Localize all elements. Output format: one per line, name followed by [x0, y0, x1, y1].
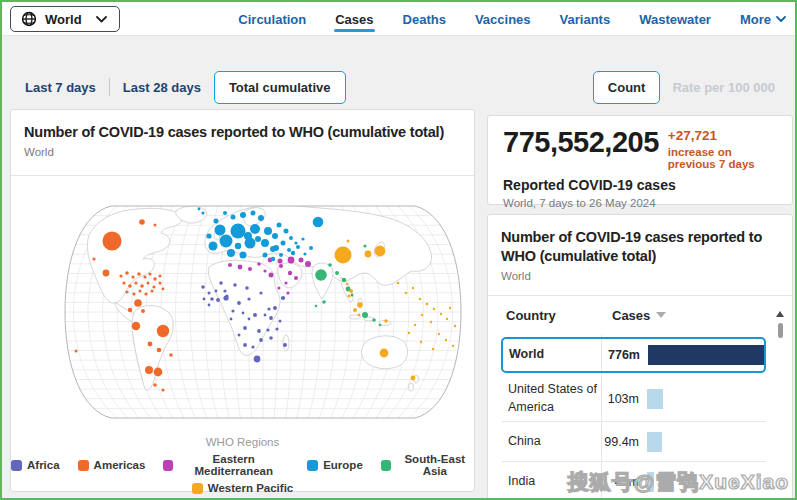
map-legend: WHO Regions AfricaAmericasEastern Medite…: [11, 436, 474, 494]
table-scrollbar: [774, 311, 786, 338]
nav-tab-label: Wastewater: [639, 12, 711, 27]
column-header-country: Country: [502, 308, 602, 323]
sort-desc-icon: [656, 312, 666, 318]
cases-bar-track: [647, 388, 766, 410]
cases-bar: [647, 389, 663, 409]
nav-tab-label: More: [740, 12, 771, 27]
time-tab-last-7-days[interactable]: Last 7 days: [12, 72, 109, 103]
nav-tab-label: Deaths: [403, 12, 446, 27]
legend-label: Europe: [323, 459, 363, 471]
legend-title: WHO Regions: [11, 436, 474, 448]
map-card-title: Number of COVID-19 cases reported to WHO…: [24, 123, 461, 142]
legend-swatch: [307, 460, 318, 471]
legend-swatch: [11, 460, 22, 471]
legend-item-europe: Europe: [307, 453, 363, 477]
unit-toggle-count[interactable]: Count: [593, 71, 661, 104]
legend-label: Western Pacific: [208, 482, 293, 494]
nav-tab-circulation[interactable]: Circulation: [237, 3, 307, 36]
country-cell: World: [509, 346, 601, 364]
stats-value-row: 775,552,205 +27,721 increase on previous…: [503, 128, 777, 170]
topbar: World CirculationCasesDeathsVaccinesVari…: [2, 2, 795, 36]
scroll-up-arrow[interactable]: [776, 311, 784, 317]
cases-value-cell: 99.4m: [600, 435, 644, 449]
delta-block: +27,721 increase on previous 7 days: [668, 128, 777, 170]
legend-row: AfricaAmericasEastern MediterraneanEurop…: [11, 453, 474, 477]
legend-swatch: [192, 483, 203, 494]
cases-bar-track: [648, 344, 764, 366]
country-cell: China: [508, 433, 600, 451]
world-bubble-map[interactable]: [61, 196, 465, 428]
who-covid19-dashboard: World CirculationCasesDeathsVaccinesVari…: [0, 0, 797, 500]
cases-bar: [647, 432, 662, 452]
region-selector-label: World: [45, 12, 82, 27]
legend-label: Africa: [27, 459, 60, 471]
time-tab-last-28-days[interactable]: Last 28 days: [110, 72, 214, 103]
table-card-title: Number of COVID-19 cases reported to WHO…: [501, 228, 779, 266]
table-body: World776mUnited States of America103mChi…: [502, 337, 766, 500]
chevron-down-icon: [776, 16, 786, 23]
filters-row: Last 7 daysLast 28 daysTotal cumulative …: [12, 70, 787, 104]
cases-bar: [647, 472, 654, 492]
legend-label: Eastern Mediterranean: [178, 453, 289, 477]
globe-icon: [21, 11, 37, 27]
cases-value-cell: 103m: [600, 392, 644, 406]
cases-value-cell: 776m: [601, 348, 645, 362]
region-selector[interactable]: World: [10, 6, 120, 32]
table-row-world[interactable]: World776m: [501, 337, 766, 373]
nav-tab-label: Cases: [335, 12, 373, 27]
stats-label: Reported COVID-19 cases: [503, 177, 777, 193]
main-nav: CirculationCasesDeathsVaccinesVariantsWa…: [237, 2, 787, 36]
nav-tab-variants[interactable]: Variants: [559, 3, 612, 36]
summary-stats-card: 775,552,205 +27,721 increase on previous…: [487, 115, 793, 205]
legend-item-western-pacific: Western Pacific: [192, 482, 293, 494]
map-card: Number of COVID-19 cases reported to WHO…: [10, 109, 475, 492]
column-header-cases[interactable]: Cases: [612, 308, 666, 323]
legend-item-south-east-asia: South-East Asia: [381, 453, 474, 477]
legend-swatch: [163, 460, 173, 471]
country-cases-table: Country Cases World776mUnited States of …: [502, 295, 766, 500]
legend-item-americas: Americas: [78, 453, 146, 477]
legend-item-eastern-mediterranean: Eastern Mediterranean: [163, 453, 289, 477]
table-header-row: Country Cases: [502, 295, 766, 335]
table-card-header: Number of COVID-19 cases reported to WHO…: [488, 215, 792, 282]
nav-tab-deaths[interactable]: Deaths: [402, 3, 447, 36]
chevron-down-icon: [96, 16, 107, 23]
legend-label: Americas: [94, 459, 146, 471]
continents: [87, 206, 431, 392]
legend-swatch: [78, 460, 89, 471]
map-card-subtitle: World: [24, 146, 461, 158]
legend-row: Western Pacific: [11, 482, 474, 494]
legend-label: South-East Asia: [396, 453, 474, 477]
time-tab-total-cumulative[interactable]: Total cumulative: [214, 71, 346, 104]
nav-tab-more[interactable]: More: [739, 3, 787, 36]
divider: [11, 175, 474, 176]
table-row-china[interactable]: China99.4m: [502, 421, 766, 461]
cases-value-cell: 45m: [600, 475, 644, 489]
column-header-cases-label: Cases: [612, 308, 650, 323]
table-row-united-states-of-america[interactable]: United States of America103m: [502, 376, 766, 421]
time-range-tabs: Last 7 daysLast 28 daysTotal cumulative: [12, 71, 346, 104]
cases-bar-track: [647, 431, 766, 453]
legend-swatch: [381, 460, 391, 471]
table-card-subtitle: World: [501, 270, 779, 282]
cases-bar: [648, 345, 764, 365]
table-row-india[interactable]: India45m: [502, 461, 766, 500]
legend-item-africa: Africa: [11, 453, 60, 477]
map-card-header: Number of COVID-19 cases reported to WHO…: [11, 110, 474, 158]
scrollbar-thumb[interactable]: [778, 323, 783, 338]
total-cases-value: 775,552,205: [503, 128, 659, 157]
cases-bar-track: [647, 471, 766, 493]
country-cell: United States of America: [508, 381, 600, 416]
nav-tab-label: Circulation: [238, 12, 306, 27]
unit-toggle: CountRate per 100 000: [593, 71, 787, 104]
nav-tab-label: Vaccines: [475, 12, 531, 27]
delta-caption: increase on previous 7 days: [668, 146, 777, 170]
unit-toggle-rate-per-100-000: Rate per 100 000: [660, 72, 787, 103]
nav-tab-vaccines[interactable]: Vaccines: [474, 3, 532, 36]
delta-value: +27,721: [668, 129, 777, 144]
cases-table-card: Number of COVID-19 cases reported to WHO…: [487, 214, 793, 500]
nav-tab-wastewater[interactable]: Wastewater: [638, 3, 712, 36]
country-cell: India: [508, 473, 600, 491]
nav-tab-cases[interactable]: Cases: [334, 3, 374, 36]
stats-caption: World, 7 days to 26 May 2024: [503, 197, 777, 209]
